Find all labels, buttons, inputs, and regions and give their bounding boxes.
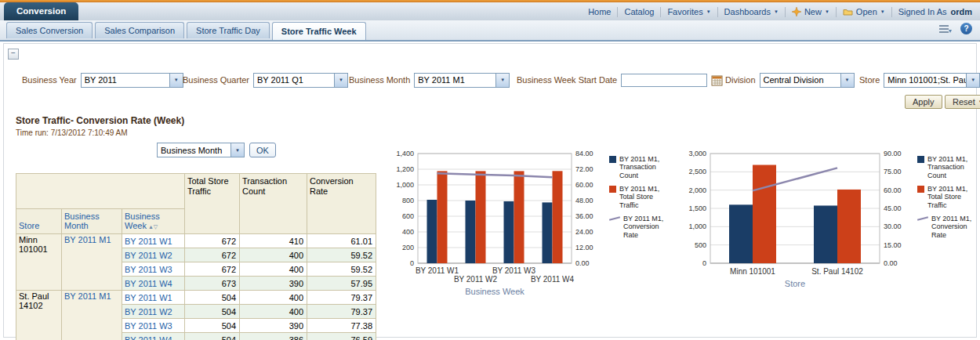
column-header-conversion-rate[interactable]: Conversion Rate xyxy=(307,174,376,234)
tab-store-traffic-week[interactable]: Store Traffic Week xyxy=(272,22,366,40)
svg-text:0: 0 xyxy=(702,259,706,267)
legend-item: BY 2011 M1, Conversion Rate xyxy=(609,215,670,239)
link-catalog[interactable]: Catalog xyxy=(618,7,660,16)
menu-dashboards[interactable]: Dashboards ▼ xyxy=(718,7,785,16)
legend-item: BY 2011 M1, Conversion Rate xyxy=(917,215,978,239)
svg-text:90.00: 90.00 xyxy=(884,150,902,157)
svg-text:3,000: 3,000 xyxy=(688,150,706,157)
svg-text:24.00: 24.00 xyxy=(575,228,593,236)
sort-icons[interactable]: ▲▽ xyxy=(148,224,158,230)
svg-text:75.00: 75.00 xyxy=(884,168,902,175)
svg-text:60.00: 60.00 xyxy=(884,186,902,194)
svg-text:48.00: 48.00 xyxy=(575,197,593,204)
store-cell: St. Paul 14102 xyxy=(16,291,62,340)
prompt-store: Store Minn 101001;St. Paul ▼ xyxy=(859,72,980,88)
total-store-traffic-value: 504 xyxy=(185,319,240,333)
svg-text:72.00: 72.00 xyxy=(575,165,593,173)
svg-text:12.00: 12.00 xyxy=(575,244,593,251)
legend-label: BY 2011 M1, Transaction Count xyxy=(619,155,663,179)
legend-swatch xyxy=(609,186,616,193)
sort-descending-icon[interactable]: ▽ xyxy=(154,224,158,230)
store-select[interactable]: Minn 101001;St. Paul ▼ xyxy=(884,73,980,88)
obiee-dashboard-page: Conversion Home Catalog Favorites ▼ Dash… xyxy=(0,0,980,340)
svg-text:84.00: 84.00 xyxy=(575,150,593,157)
business-week-chart: 02004006008001,0001,2001,4000.0012.0024.… xyxy=(382,143,670,304)
date-picker-calendar-icon[interactable] xyxy=(711,74,724,86)
conversion-rate-value: 76.59 xyxy=(307,333,376,340)
collapse-section-button[interactable]: − xyxy=(8,49,19,60)
chevron-down-icon: ▼ xyxy=(706,9,711,14)
view-selector-dropdown[interactable]: Business Month ▼ xyxy=(157,143,245,157)
legend-label: BY 2011 M1, Transaction Count xyxy=(927,155,971,179)
sort-ascending-icon[interactable]: ▲ xyxy=(148,224,154,230)
prompt-business-week-start-date: Business Week Start Date xyxy=(517,72,724,88)
table-row: Minn 101001BY 2011 M1BY 2011 W167241061.… xyxy=(16,234,376,248)
legend-item: BY 2011 M1, Total Store Traffic xyxy=(917,185,978,209)
tab-sales-conversion[interactable]: Sales Conversion xyxy=(6,22,93,38)
svg-text:0.00: 0.00 xyxy=(575,259,590,267)
row-header-store[interactable]: Store xyxy=(16,209,62,234)
business-month-link[interactable]: BY 2011 M1 xyxy=(62,234,122,291)
business-week-link[interactable]: BY 2011 W4 xyxy=(122,277,185,291)
global-header-links: Home Catalog Favorites ▼ Dashboards ▼ Ne… xyxy=(582,5,975,19)
help-icon[interactable]: ? xyxy=(960,23,972,34)
business-week-link[interactable]: BY 2011 W3 xyxy=(122,262,185,277)
tab-sales-comparison[interactable]: Sales Comparison xyxy=(95,22,184,38)
transaction-count-value: 400 xyxy=(240,305,307,319)
select-value: BY 2011 Q1 xyxy=(254,75,334,85)
select-value: BY 2011 xyxy=(82,75,169,85)
business-week-start-date-input[interactable] xyxy=(621,74,707,87)
menu-label: Favorites xyxy=(667,7,702,16)
svg-text:1,000: 1,000 xyxy=(688,222,706,230)
select-value: Minn 101001;St. Paul xyxy=(884,75,966,85)
business-month-select[interactable]: BY 2011 M1 ▼ xyxy=(414,73,510,88)
new-starburst-icon xyxy=(792,7,801,16)
business-week-link[interactable]: BY 2011 W1 xyxy=(122,291,185,305)
svg-text:St. Paul 14102: St. Paul 14102 xyxy=(811,267,863,276)
svg-text:BY 2011 W1: BY 2011 W1 xyxy=(416,266,459,275)
svg-text:BY 2011 W2: BY 2011 W2 xyxy=(454,275,498,284)
column-header-total-store-traffic[interactable]: Total Store Traffic xyxy=(185,174,240,234)
menu-open[interactable]: Open ▼ xyxy=(837,7,891,16)
division-select[interactable]: Central Division ▼ xyxy=(760,73,855,88)
business-quarter-select[interactable]: BY 2011 Q1 ▼ xyxy=(253,73,348,88)
total-store-traffic-value: 672 xyxy=(185,262,240,277)
chevron-down-icon: ▼ xyxy=(774,9,779,14)
tab-store-traffic-day[interactable]: Store Traffic Day xyxy=(187,22,270,38)
total-store-traffic-value: 504 xyxy=(185,333,240,340)
svg-text:500: 500 xyxy=(695,241,706,249)
total-store-traffic-value: 672 xyxy=(185,248,240,262)
business-week-link[interactable]: BY 2011 W2 xyxy=(122,305,185,319)
apply-button[interactable]: Apply xyxy=(905,95,942,109)
ok-button[interactable]: OK xyxy=(249,143,276,157)
week-chart-plot: 02004006008001,0001,2001,4000.0012.0024.… xyxy=(382,143,608,304)
business-week-link[interactable]: BY 2011 W4 xyxy=(122,333,185,340)
menu-label: Open xyxy=(856,7,877,16)
menu-new[interactable]: New ▼ xyxy=(786,7,836,16)
select-value: BY 2011 M1 xyxy=(415,75,495,85)
svg-text:1,500: 1,500 xyxy=(688,204,706,212)
menu-favorites[interactable]: Favorites ▼ xyxy=(661,7,717,16)
business-week-link[interactable]: BY 2011 W2 xyxy=(122,248,185,262)
page-options-icon[interactable] xyxy=(939,24,952,34)
row-header-business-month[interactable]: Business Month xyxy=(62,209,122,234)
total-store-traffic-value: 672 xyxy=(185,234,240,248)
link-home[interactable]: Home xyxy=(582,7,617,16)
business-month-link[interactable]: BY 2011 M1 xyxy=(62,291,122,340)
transaction-count-value: 410 xyxy=(240,234,307,248)
reset-button[interactable]: Reset ▼ xyxy=(945,95,980,109)
chart-legend: BY 2011 M1, Transaction CountBY 2011 M1,… xyxy=(917,155,978,304)
business-week-link[interactable]: BY 2011 W3 xyxy=(122,319,185,333)
row-header-business-week[interactable]: Business Week▲▽ xyxy=(122,209,185,234)
svg-text:36.00: 36.00 xyxy=(575,212,593,220)
prompt-business-month: Business Month BY 2011 M1 ▼ xyxy=(349,72,510,88)
prompt-label: Business Year xyxy=(22,75,77,85)
signed-in-label: Signed In As xyxy=(898,7,947,16)
conversion-rate-value: 59.52 xyxy=(307,262,376,277)
column-header-transaction-count[interactable]: Transaction Count xyxy=(240,174,307,234)
business-week-link[interactable]: BY 2011 W1 xyxy=(122,234,185,248)
username[interactable]: ordm xyxy=(951,7,973,16)
dropdown-arrow-icon: ▼ xyxy=(840,74,854,87)
dashboard-tab-conversion[interactable]: Conversion xyxy=(4,2,78,20)
business-year-select[interactable]: BY 2011 ▼ xyxy=(81,73,183,88)
